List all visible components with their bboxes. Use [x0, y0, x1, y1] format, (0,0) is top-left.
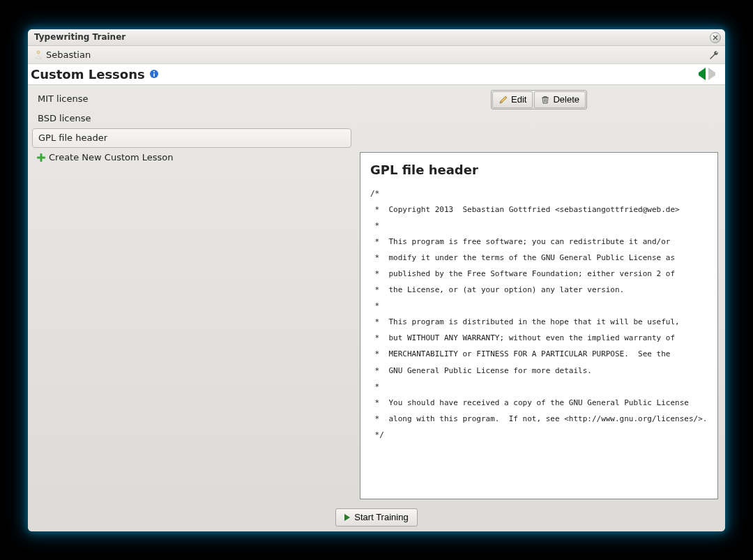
action-bar: Edit Delete	[360, 89, 718, 110]
delete-button[interactable]: Delete	[534, 91, 586, 108]
chevron-left-icon	[693, 68, 706, 80]
content-area: MIT license BSD license GPL file header …	[28, 85, 725, 531]
create-lesson-label: Create New Custom Lesson	[49, 152, 174, 162]
start-training-button[interactable]: Start Training	[335, 508, 417, 527]
lesson-label: GPL file header	[38, 133, 107, 143]
create-lesson-button[interactable]: Create New Custom Lesson	[32, 148, 351, 167]
window-title: Typewriting Trainer	[34, 32, 126, 42]
svg-rect-5	[37, 156, 45, 158]
nav-prev-button[interactable]	[693, 68, 706, 80]
application-window: Typewriting Trainer Sebastian Custom Les…	[28, 29, 725, 531]
edit-label: Edit	[511, 94, 526, 105]
settings-button[interactable]	[708, 50, 720, 61]
page-title: Custom Lessons	[31, 67, 145, 82]
start-label: Start Training	[354, 512, 408, 522]
bottom-bar: Start Training	[28, 504, 725, 531]
preview-title: GPL file header	[370, 162, 708, 177]
edit-button[interactable]: Edit	[492, 91, 533, 108]
lesson-preview: GPL file header /* * Copyright 2013 Seba…	[360, 152, 718, 499]
svg-point-0	[37, 51, 40, 54]
user-bar: Sebastian	[28, 46, 725, 64]
info-icon[interactable]	[149, 69, 159, 79]
user-icon	[33, 50, 43, 59]
wrench-icon	[708, 50, 720, 61]
lesson-list: MIT license BSD license GPL file header …	[28, 85, 356, 504]
header-bar: Custom Lessons	[28, 64, 725, 85]
pencil-icon	[499, 95, 508, 105]
delete-label: Delete	[553, 94, 579, 105]
lesson-item-bsd[interactable]: BSD license	[32, 109, 351, 128]
lesson-item-mit[interactable]: MIT license	[32, 89, 351, 109]
lesson-item-gpl[interactable]: GPL file header	[32, 128, 351, 148]
trash-icon	[540, 95, 550, 105]
preview-body: /* * Copyright 2013 Sebastian Gottfried …	[370, 186, 708, 444]
close-button[interactable]	[710, 32, 721, 43]
plus-icon	[36, 153, 46, 162]
titlebar: Typewriting Trainer	[28, 29, 725, 46]
lesson-label: BSD license	[38, 113, 91, 123]
user-name[interactable]: Sebastian	[46, 50, 91, 60]
chevron-right-icon	[708, 68, 721, 80]
lesson-label: MIT license	[38, 93, 89, 104]
play-icon	[344, 514, 350, 521]
svg-point-3	[153, 71, 155, 73]
close-icon	[713, 35, 718, 40]
nav-next-button[interactable]	[708, 68, 721, 80]
svg-rect-2	[153, 73, 155, 77]
